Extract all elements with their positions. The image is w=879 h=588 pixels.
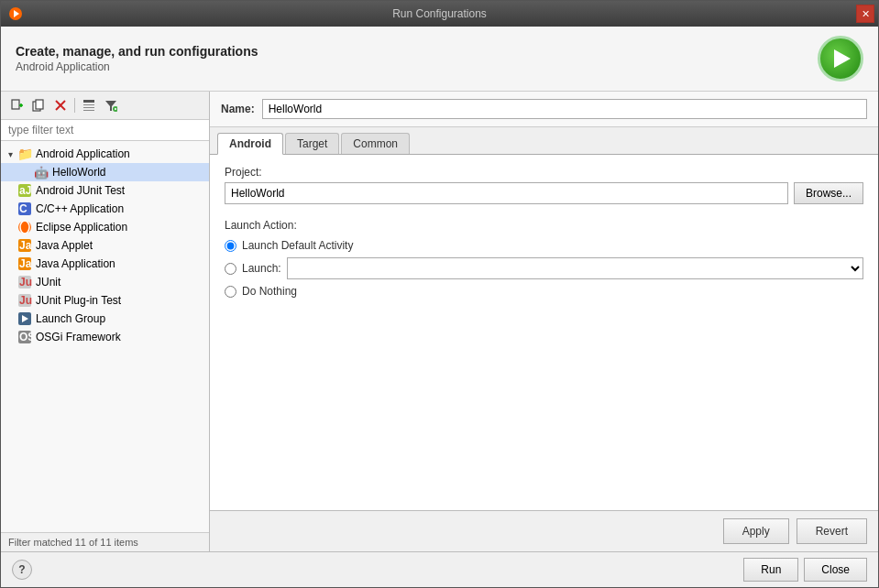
copy-config-button[interactable] [28,95,49,115]
delete-config-button[interactable] [50,95,71,115]
expand-icon [5,258,16,269]
project-field-row: Browse... [225,182,863,204]
tree-item-android-junit[interactable]: aJ Android JUnit Test [1,181,209,200]
svg-rect-11 [83,107,94,108]
launch-default-radio[interactable] [225,240,236,252]
footer: ? Run Close [1,551,878,587]
tree-item-label: OSGi Framework [36,331,121,343]
left-panel: ▾ 📁 Android Application 🤖 HelloWorld aJ … [1,92,210,551]
launch-specific-label: Launch: [242,262,281,275]
svg-rect-6 [36,100,43,109]
tree-item-helloworld[interactable]: 🤖 HelloWorld [1,163,209,181]
svg-rect-2 [12,100,19,109]
tree-item-java-app[interactable]: Ja Java Application [1,255,209,273]
svg-text:Ju: Ju [19,294,32,307]
tree-item-junit[interactable]: Ju JUnit [1,273,209,291]
svg-text:Ja: Ja [19,239,32,252]
tree-item-label: HelloWorld [52,166,105,179]
run-button-footer[interactable]: Run [743,558,798,582]
junit-plugin-icon: Ju [17,293,32,308]
svg-rect-10 [83,104,94,105]
launch-action-label: Launch Action: [225,219,863,232]
launch-default-label: Launch Default Activity [242,239,353,252]
header-left: Create, manage, and run configurations A… [16,44,258,73]
header: Create, manage, and run configurations A… [1,27,878,92]
expand-icon [5,332,16,343]
do-nothing-radio[interactable] [225,286,236,298]
run-button[interactable] [818,36,863,82]
tab-target[interactable]: Target [285,133,339,154]
new-config-button[interactable] [6,95,27,115]
java-applet-icon: Ja [17,238,32,253]
svg-text:Ja: Ja [19,257,32,270]
main-content: ▾ 📁 Android Application 🤖 HelloWorld aJ … [1,92,878,551]
cpp-icon: C [17,201,32,216]
expand-icon [5,203,16,214]
tree-item-eclipse[interactable]: Eclipse Application [1,218,209,236]
tree-item-label: JUnit Plug-in Test [36,294,121,307]
project-input[interactable] [225,182,788,204]
right-panel: Name: Android Target Common Project: Bro… [210,92,878,551]
tree-item-cpp[interactable]: C C/C++ Application [1,200,209,218]
bottom-bar: Apply Revert [210,510,878,551]
left-toolbar [1,92,209,120]
tab-common[interactable]: Common [341,133,410,154]
name-input[interactable] [262,99,867,119]
tree-item-label: Java Application [36,257,115,270]
expand-icon [5,240,16,251]
tree-item-osgi[interactable]: OSG OSGi Framework [1,328,209,346]
tree-item-label: Eclipse Application [36,221,127,234]
radio-launch: Launch: [225,257,863,279]
osgi-icon: OSG [17,330,32,344]
eclipse-icon [17,220,32,234]
expand-icon [5,185,16,196]
tree-item-label: C/C++ Application [36,202,124,215]
run-icon [834,49,851,68]
revert-button[interactable]: Revert [797,518,867,544]
window-icon [8,6,23,24]
tree-item-java-applet[interactable]: Ja Java Applet [1,236,209,255]
launch-activity-select[interactable] [287,257,863,279]
close-button[interactable]: ✕ [856,5,874,23]
tree-item-label: Java Applet [36,239,93,252]
expand-icon [5,313,16,324]
expand-icon: ▾ [5,148,16,159]
tree-item-junit-plugin[interactable]: Ju JUnit Plug-in Test [1,291,209,310]
svg-text:OSG: OSG [19,331,32,343]
tab-bar: Android Target Common [210,127,878,155]
filter-button[interactable] [101,95,121,115]
svg-text:C: C [19,202,27,215]
do-nothing-label: Do Nothing [242,285,297,298]
apply-button[interactable]: Apply [723,518,789,544]
expand-icon [5,295,16,306]
launch-specific-radio[interactable] [225,263,236,275]
tab-content: Project: Browse... Launch Action: Launch… [210,155,878,510]
svg-text:aJ: aJ [19,184,31,197]
launch-group-icon [17,311,32,326]
config-tree: ▾ 📁 Android Application 🤖 HelloWorld aJ … [1,141,209,532]
tree-item-label: Android JUnit Test [36,184,125,197]
title-bar-text: Run Configurations [392,7,487,20]
collapse-button[interactable] [79,95,99,115]
browse-button[interactable]: Browse... [794,182,863,204]
name-label: Name: [221,103,255,115]
tree-item-label: JUnit [36,276,60,289]
header-title: Create, manage, and run configurations [16,44,258,59]
project-field-group: Project: Browse... [225,166,863,204]
tree-item-android-app-group[interactable]: ▾ 📁 Android Application [1,145,209,163]
tree-item-label: Launch Group [36,312,105,325]
help-button[interactable]: ? [12,560,32,580]
radio-do-nothing: Do Nothing [225,285,863,298]
folder-icon: 📁 [17,147,32,161]
radio-launch-default: Launch Default Activity [225,239,863,252]
filter-input[interactable] [1,120,209,141]
tab-android[interactable]: Android [217,133,283,155]
svg-rect-9 [83,100,94,103]
footer-buttons: Run Close [743,558,867,582]
tree-item-label: Android Application [36,147,130,160]
tree-item-launch-group[interactable]: Launch Group [1,310,209,328]
android-junit-icon: aJ [17,183,32,198]
close-button-footer[interactable]: Close [804,558,867,582]
filter-status: Filter matched 11 of 11 items [1,532,209,551]
junit-icon: Ju [17,275,32,289]
